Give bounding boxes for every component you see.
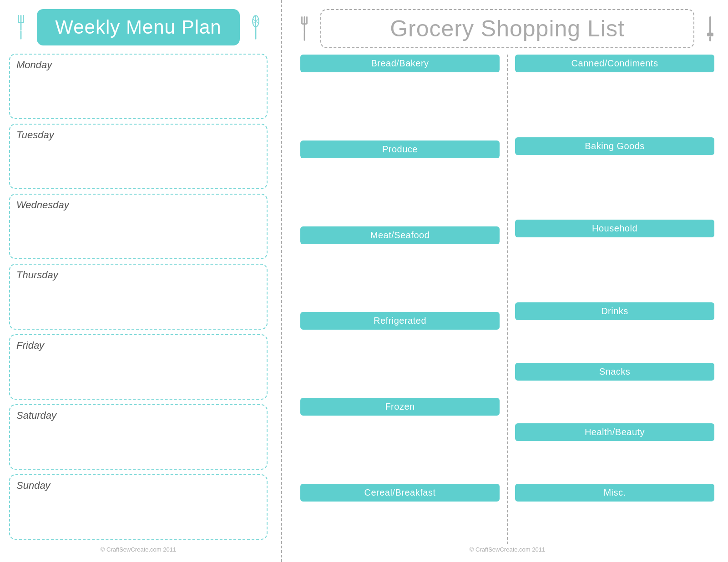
svg-rect-16 xyxy=(707,32,713,36)
cereal-space xyxy=(300,503,500,544)
grocery-columns: Bread/Bakery Produce Meat/Seafood Refrig… xyxy=(296,55,719,544)
snacks-label: Snacks xyxy=(515,363,714,381)
health-space xyxy=(515,443,714,484)
thursday-box[interactable]: Thursday xyxy=(9,264,268,329)
produce-space xyxy=(300,160,500,226)
tuesday-box[interactable]: Tuesday xyxy=(9,124,268,189)
misc-label: Misc. xyxy=(515,484,714,502)
monday-box[interactable]: Monday xyxy=(9,54,268,119)
refrigerated-space xyxy=(300,331,500,398)
svg-rect-17 xyxy=(709,36,711,41)
grocery-left-col: Bread/Bakery Produce Meat/Seafood Refrig… xyxy=(296,55,508,544)
friday-label: Friday xyxy=(16,340,44,351)
svg-rect-13 xyxy=(302,23,307,25)
sunday-box[interactable]: Sunday xyxy=(9,474,268,540)
grocery-title-box: Grocery Shopping List xyxy=(320,9,694,48)
refrigerated-label: Refrigerated xyxy=(300,312,500,330)
svg-rect-5 xyxy=(255,26,256,40)
fork-left-icon xyxy=(12,15,30,40)
baking-goods-label: Baking Goods xyxy=(515,137,714,155)
baking-space xyxy=(515,157,714,220)
grocery-title: Grocery Shopping List xyxy=(390,15,625,42)
produce-label: Produce xyxy=(300,140,500,158)
wednesday-box[interactable]: Wednesday xyxy=(9,194,268,259)
svg-rect-11 xyxy=(301,16,303,24)
svg-rect-4 xyxy=(20,30,22,39)
canned-space xyxy=(515,74,714,137)
menu-plan-title-box: Weekly Menu Plan xyxy=(37,9,239,45)
drinks-space xyxy=(515,322,714,363)
menu-plan-panel: Weekly Menu Plan Monday Tuesday Wednesda… xyxy=(0,0,282,562)
tuesday-label: Tuesday xyxy=(16,129,54,140)
menu-plan-title: Weekly Menu Plan xyxy=(55,16,221,38)
wednesday-label: Wednesday xyxy=(16,199,69,211)
meat-seafood-label: Meat/Seafood xyxy=(300,226,500,244)
sunday-label: Sunday xyxy=(16,480,51,491)
whisk-right-icon xyxy=(247,15,264,40)
svg-rect-2 xyxy=(23,15,24,23)
grocery-header: Grocery Shopping List xyxy=(296,9,719,48)
canned-condiments-label: Canned/Condiments xyxy=(515,55,714,72)
monday-label: Monday xyxy=(16,59,52,70)
svg-rect-3 xyxy=(19,22,24,23)
saturday-box[interactable]: Saturday xyxy=(9,404,268,470)
bread-bakery-space xyxy=(300,74,500,140)
menu-plan-header: Weekly Menu Plan xyxy=(9,9,268,45)
frozen-label: Frozen xyxy=(300,398,500,416)
health-beauty-label: Health/Beauty xyxy=(515,423,714,441)
svg-rect-12 xyxy=(306,16,308,24)
frozen-space xyxy=(300,417,500,484)
svg-rect-15 xyxy=(709,16,711,34)
drinks-label: Drinks xyxy=(515,302,714,320)
bread-bakery-label: Bread/Bakery xyxy=(300,55,500,72)
left-copyright: © CraftSewCreate.com 2011 xyxy=(9,546,268,553)
misc-space xyxy=(515,503,714,544)
fork-grocery-icon xyxy=(296,16,313,41)
grocery-right-col: Canned/Condiments Baking Goods Household… xyxy=(508,55,719,544)
friday-box[interactable]: Friday xyxy=(9,334,268,400)
svg-rect-14 xyxy=(304,32,305,40)
thursday-label: Thursday xyxy=(16,269,58,281)
household-space xyxy=(515,239,714,302)
svg-rect-1 xyxy=(18,15,19,23)
cereal-breakfast-label: Cereal/Breakfast xyxy=(300,484,500,502)
spatula-grocery-icon xyxy=(702,16,719,41)
snacks-space xyxy=(515,382,714,423)
household-label: Household xyxy=(515,220,714,237)
grocery-list-panel: Grocery Shopping List Bread/Bakery Produ… xyxy=(282,0,728,562)
saturday-label: Saturday xyxy=(16,410,56,421)
meat-seafood-space xyxy=(300,246,500,312)
right-copyright: © CraftSewCreate.com 2011 xyxy=(296,546,719,553)
